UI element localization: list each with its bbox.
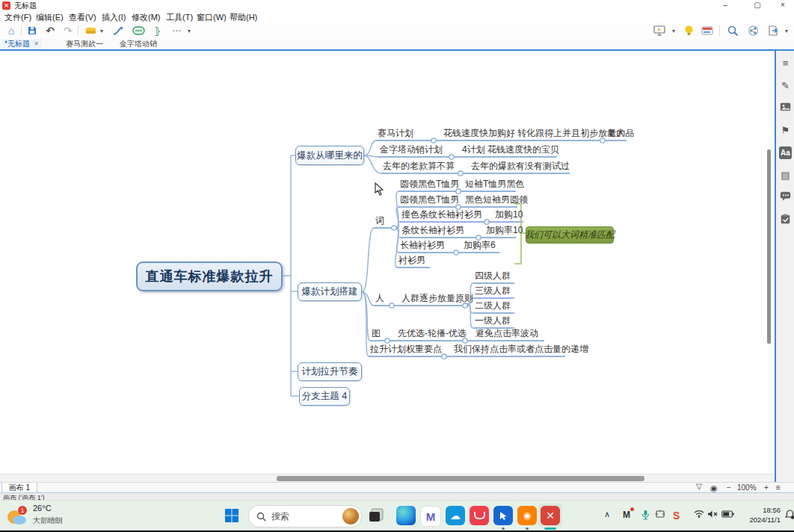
tray-clock[interactable]: 18:56 2024/11/1 [748, 505, 781, 525]
branch-plan-rhythm[interactable]: 计划拉升节奏 [298, 362, 362, 381]
mindmaster-icon[interactable]: M [420, 506, 441, 527]
topic-lastyear-detail[interactable]: 去年的爆款有没有测试过 [471, 161, 570, 173]
taskbar-search[interactable]: 搜索 [248, 505, 362, 528]
word-row6-a[interactable]: 衬衫男 [398, 255, 425, 267]
filter-icon[interactable] [695, 483, 703, 492]
notes-icon[interactable]: ▤ [779, 169, 792, 182]
sheet-tab-canvas1[interactable]: 画布 1 [1, 483, 37, 493]
word-row4-b[interactable]: 加购率10 [486, 225, 523, 238]
start-button[interactable] [224, 508, 241, 525]
people-level-4[interactable]: 四级人群 [475, 270, 511, 283]
home-icon[interactable]: ⌂ [4, 24, 18, 37]
presentation-icon[interactable] [652, 24, 667, 37]
topic-picture[interactable]: 图 [372, 328, 381, 341]
topic-picture-avoid[interactable]: 避免点击率波动 [476, 328, 538, 341]
topic-saima-plan[interactable]: 赛马计划 [378, 128, 413, 140]
boundary-icon[interactable] [131, 24, 146, 37]
zoom-out-button[interactable]: − [727, 483, 731, 492]
xmind-active-slot[interactable]: ✕ [538, 504, 562, 528]
tray-window-icon[interactable] [655, 510, 665, 521]
theme-font-icon[interactable]: Aa [779, 146, 792, 159]
branch-plan-build[interactable]: 爆款计划搭建 [298, 282, 362, 301]
word-row1-b[interactable]: 短袖T恤男黑色 [465, 179, 524, 191]
word-row2-b[interactable]: 黑色短袖男圆领 [465, 194, 528, 207]
export-dropdown-icon[interactable]: ▾ [783, 24, 790, 37]
marker-flag-icon[interactable]: ⚑ [779, 124, 792, 137]
zoom-in-button[interactable]: + [764, 483, 769, 492]
cloud-drive-icon[interactable]: ☁ [446, 506, 465, 525]
edge-icon[interactable] [396, 506, 416, 525]
weather-widget[interactable]: 1 26°C 大部晴朗 [4, 504, 94, 529]
topic-pyramid-detail[interactable]: 4计划 花钱速度快的宝贝 [462, 144, 559, 157]
people-level-3[interactable]: 三级人群 [475, 285, 511, 298]
close-button[interactable]: × [772, 0, 794, 10]
marker-icon[interactable] [84, 24, 97, 37]
remote-icon[interactable] [700, 24, 715, 37]
tray-bell-icon[interactable] [785, 510, 794, 522]
tray-sogou-icon[interactable]: S [673, 510, 680, 522]
minimize-button[interactable]: – [714, 0, 736, 10]
more-dropdown-icon[interactable]: ▾ [185, 24, 193, 37]
task-info-icon[interactable] [779, 214, 792, 226]
presentation-dropdown-icon[interactable]: ▾ [670, 24, 677, 37]
topic-people[interactable]: 人 [375, 293, 384, 306]
comments-icon[interactable] [779, 191, 792, 204]
properties-icon[interactable]: ≡ [779, 57, 792, 69]
tray-battery-icon[interactable] [721, 510, 734, 520]
tray-mic-icon[interactable] [641, 510, 650, 522]
mindmap-canvas[interactable]: 直通车标准爆款拉升 爆款从哪里来的 爆款计划搭建 计划拉升节奏 分支主题 4 赛… [0, 49, 775, 475]
tray-mindmaster-icon[interactable]: M [623, 510, 630, 520]
undo-icon[interactable]: ↶ [43, 24, 57, 37]
topic-picture-method[interactable]: 先优选-轮播-优选 [398, 328, 467, 341]
zoom-fit-button[interactable]: ≡ [776, 483, 781, 492]
topic-weight-points[interactable]: 拉升计划权重要点 [370, 344, 442, 356]
orange-app-icon[interactable]: ◉ [517, 506, 537, 525]
topic-weight-detail[interactable]: 我们保持点击率或者点击量的递增 [454, 344, 588, 356]
share-icon[interactable] [745, 24, 760, 37]
word-row3-b[interactable]: 加购10 [495, 209, 523, 222]
tab-saima[interactable]: 赛马测款一 [66, 39, 103, 49]
menu-file[interactable]: 文件(F) [4, 12, 31, 23]
vertical-scrollbar[interactable] [767, 149, 771, 344]
central-topic[interactable]: 直通车标准爆款拉升 [136, 262, 283, 291]
tab-close-icon[interactable]: × [34, 40, 39, 48]
people-level-2[interactable]: 二级人群 [475, 300, 511, 313]
tab-untitled[interactable]: *无标题 × [1, 39, 42, 49]
export-icon[interactable] [766, 24, 781, 37]
menu-view[interactable]: 查看(V) [69, 12, 96, 23]
relationship-icon[interactable] [111, 24, 126, 37]
tray-wifi-icon[interactable] [694, 510, 704, 520]
lightbulb-icon[interactable] [682, 24, 695, 37]
menu-insert[interactable]: 插入(I) [102, 12, 126, 23]
word-row5-a[interactable]: 长袖衬衫男 [400, 240, 445, 253]
topic-saima-detail[interactable]: 花钱速度快加购好 转化跟得上并且初步放量的品 [443, 128, 634, 140]
word-row1-a[interactable]: 圆领黑色T恤男 [400, 179, 459, 191]
clipart-icon[interactable] [779, 102, 792, 114]
word-row3-a[interactable]: 撞色条纹长袖衬衫男 [401, 209, 482, 222]
brush-icon[interactable]: ✎ [779, 79, 792, 92]
menu-edit[interactable]: 编辑(E) [36, 12, 64, 23]
marker-dropdown-icon[interactable]: ▾ [98, 24, 105, 37]
word-row5-b[interactable]: 加购率6 [464, 240, 496, 253]
summary-icon[interactable]: ⦄ [151, 24, 164, 37]
redo-icon[interactable]: ↷ [61, 24, 75, 37]
menu-window[interactable]: 窗口(W) [197, 12, 227, 23]
people-level-1[interactable]: 一级人群 [475, 315, 511, 328]
topic-pyramid-plan[interactable]: 金字塔动销计划 [380, 144, 443, 157]
topic-people-principle[interactable]: 人群逐步放量原则 [401, 293, 473, 306]
word-row4-a[interactable]: 条纹长袖衬衫男 [401, 225, 464, 238]
summary-topic[interactable]: 我们可以大词精准匹配 [526, 226, 614, 244]
maximize-button[interactable]: ▢ [746, 0, 769, 10]
tray-chevron-icon[interactable]: ∧ [604, 510, 610, 519]
horizontal-scrollbar[interactable] [277, 476, 644, 481]
red-app-icon[interactable] [470, 506, 489, 525]
word-row2-a[interactable]: 圆领黑色T恤男 [400, 194, 459, 207]
topic-word[interactable]: 词 [375, 215, 384, 228]
branch-where-hot-items-from[interactable]: 爆款从哪里来的 [295, 146, 364, 165]
pointer-app-icon[interactable] [493, 506, 513, 525]
menu-help[interactable]: 帮助(H) [230, 12, 257, 23]
overview-eye-icon[interactable]: ◉ [710, 483, 718, 492]
save-icon[interactable] [25, 24, 39, 37]
topic-lastyear-old[interactable]: 去年的老款算不算 [383, 161, 455, 173]
task-view-icon[interactable] [368, 507, 386, 525]
